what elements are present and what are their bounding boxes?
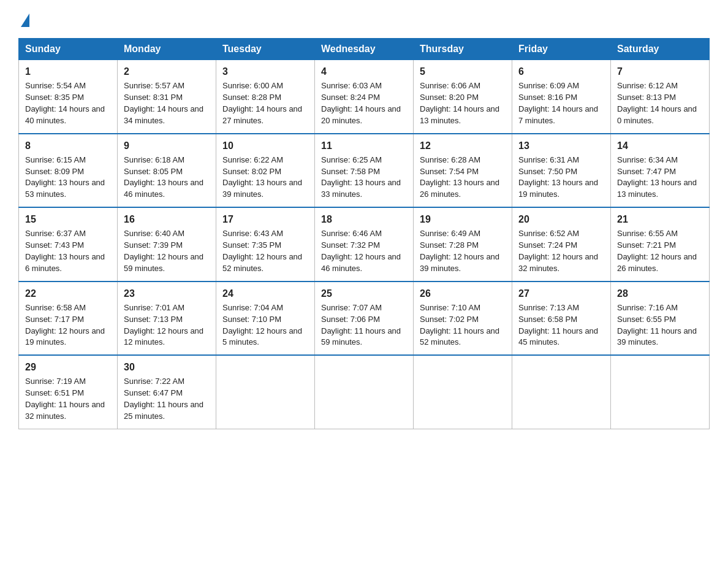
- day-info: Sunrise: 7:16 AMSunset: 6:55 PMDaylight:…: [617, 302, 703, 348]
- day-number: 10: [222, 139, 308, 153]
- day-info: Sunrise: 6:49 AMSunset: 7:28 PMDaylight:…: [420, 228, 506, 274]
- day-info: Sunrise: 6:00 AMSunset: 8:28 PMDaylight:…: [222, 80, 308, 126]
- day-number: 24: [222, 286, 308, 301]
- day-info: Sunrise: 6:40 AMSunset: 7:39 PMDaylight:…: [124, 228, 210, 274]
- calendar-cell: [512, 355, 611, 429]
- calendar-cell: 10Sunrise: 6:22 AMSunset: 8:02 PMDayligh…: [216, 134, 315, 208]
- day-info: Sunrise: 7:01 AMSunset: 7:13 PMDaylight:…: [124, 302, 210, 348]
- day-info: Sunrise: 7:19 AMSunset: 6:51 PMDaylight:…: [25, 376, 111, 422]
- day-info: Sunrise: 6:52 AMSunset: 7:24 PMDaylight:…: [518, 228, 604, 274]
- day-info: Sunrise: 5:54 AMSunset: 8:35 PMDaylight:…: [25, 80, 111, 126]
- header-tuesday: Tuesday: [216, 39, 315, 60]
- day-info: Sunrise: 6:28 AMSunset: 7:54 PMDaylight:…: [420, 155, 506, 201]
- calendar-table: SundayMondayTuesdayWednesdayThursdayFrid…: [18, 38, 710, 429]
- calendar-cell: 5Sunrise: 6:06 AMSunset: 8:20 PMDaylight…: [414, 60, 512, 134]
- day-info: Sunrise: 6:25 AMSunset: 7:58 PMDaylight:…: [321, 155, 407, 201]
- calendar-cell: 23Sunrise: 7:01 AMSunset: 7:13 PMDayligh…: [118, 282, 216, 356]
- day-number: 18: [321, 212, 407, 226]
- day-info: Sunrise: 6:03 AMSunset: 8:24 PMDaylight:…: [321, 80, 407, 126]
- calendar-cell: 4Sunrise: 6:03 AMSunset: 8:24 PMDaylight…: [315, 60, 414, 134]
- calendar-week-row: 15Sunrise: 6:37 AMSunset: 7:43 PMDayligh…: [19, 207, 710, 282]
- calendar-cell: 18Sunrise: 6:46 AMSunset: 7:32 PMDayligh…: [315, 207, 414, 282]
- calendar-cell: 7Sunrise: 6:12 AMSunset: 8:13 PMDaylight…: [611, 60, 710, 134]
- calendar-cell: 13Sunrise: 6:31 AMSunset: 7:50 PMDayligh…: [512, 134, 611, 208]
- calendar-cell: 22Sunrise: 6:58 AMSunset: 7:17 PMDayligh…: [19, 282, 118, 356]
- header-saturday: Saturday: [611, 39, 710, 60]
- day-info: Sunrise: 6:55 AMSunset: 7:21 PMDaylight:…: [617, 228, 703, 274]
- day-number: 2: [124, 64, 210, 79]
- day-number: 29: [25, 360, 111, 374]
- calendar-cell: 9Sunrise: 6:18 AMSunset: 8:05 PMDaylight…: [118, 134, 216, 208]
- logo: [18, 12, 29, 27]
- calendar-cell: [414, 355, 512, 429]
- calendar-cell: 28Sunrise: 7:16 AMSunset: 6:55 PMDayligh…: [611, 282, 710, 356]
- calendar-cell: [216, 355, 315, 429]
- day-info: Sunrise: 6:31 AMSunset: 7:50 PMDaylight:…: [518, 155, 604, 201]
- day-info: Sunrise: 6:22 AMSunset: 8:02 PMDaylight:…: [222, 155, 308, 201]
- header-monday: Monday: [118, 39, 216, 60]
- calendar-cell: 30Sunrise: 7:22 AMSunset: 6:47 PMDayligh…: [118, 355, 216, 429]
- day-number: 17: [222, 212, 308, 226]
- day-number: 6: [518, 64, 604, 79]
- day-number: 23: [124, 286, 210, 301]
- calendar-cell: 14Sunrise: 6:34 AMSunset: 7:47 PMDayligh…: [611, 134, 710, 208]
- day-number: 9: [124, 139, 210, 153]
- calendar-cell: 21Sunrise: 6:55 AMSunset: 7:21 PMDayligh…: [611, 207, 710, 282]
- day-info: Sunrise: 6:06 AMSunset: 8:20 PMDaylight:…: [420, 80, 506, 126]
- day-info: Sunrise: 6:58 AMSunset: 7:17 PMDaylight:…: [25, 302, 111, 348]
- calendar-cell: [611, 355, 710, 429]
- calendar-cell: 6Sunrise: 6:09 AMSunset: 8:16 PMDaylight…: [512, 60, 611, 134]
- day-number: 8: [25, 139, 111, 153]
- day-number: 25: [321, 286, 407, 301]
- day-info: Sunrise: 7:13 AMSunset: 6:58 PMDaylight:…: [518, 302, 604, 348]
- calendar-cell: 16Sunrise: 6:40 AMSunset: 7:39 PMDayligh…: [118, 207, 216, 282]
- day-number: 15: [25, 212, 111, 226]
- day-info: Sunrise: 6:37 AMSunset: 7:43 PMDaylight:…: [25, 228, 111, 274]
- day-info: Sunrise: 7:22 AMSunset: 6:47 PMDaylight:…: [124, 376, 210, 422]
- calendar-cell: 24Sunrise: 7:04 AMSunset: 7:10 PMDayligh…: [216, 282, 315, 356]
- day-info: Sunrise: 7:04 AMSunset: 7:10 PMDaylight:…: [222, 302, 308, 348]
- calendar-week-row: 29Sunrise: 7:19 AMSunset: 6:51 PMDayligh…: [19, 355, 710, 429]
- calendar-cell: 20Sunrise: 6:52 AMSunset: 7:24 PMDayligh…: [512, 207, 611, 282]
- calendar-cell: 15Sunrise: 6:37 AMSunset: 7:43 PMDayligh…: [19, 207, 118, 282]
- calendar-cell: 8Sunrise: 6:15 AMSunset: 8:09 PMDaylight…: [19, 134, 118, 208]
- day-info: Sunrise: 6:09 AMSunset: 8:16 PMDaylight:…: [518, 80, 604, 126]
- calendar-cell: 12Sunrise: 6:28 AMSunset: 7:54 PMDayligh…: [414, 134, 512, 208]
- day-number: 5: [420, 64, 506, 79]
- day-number: 14: [617, 139, 703, 153]
- header-friday: Friday: [512, 39, 611, 60]
- day-number: 27: [518, 286, 604, 301]
- day-number: 4: [321, 64, 407, 79]
- calendar-cell: 25Sunrise: 7:07 AMSunset: 7:06 PMDayligh…: [315, 282, 414, 356]
- day-number: 16: [124, 212, 210, 226]
- day-number: 19: [420, 212, 506, 226]
- day-number: 3: [222, 64, 308, 79]
- calendar-week-row: 1Sunrise: 5:54 AMSunset: 8:35 PMDaylight…: [19, 60, 710, 134]
- day-number: 11: [321, 139, 407, 153]
- day-info: Sunrise: 6:12 AMSunset: 8:13 PMDaylight:…: [617, 80, 703, 126]
- calendar-week-row: 22Sunrise: 6:58 AMSunset: 7:17 PMDayligh…: [19, 282, 710, 356]
- day-info: Sunrise: 7:07 AMSunset: 7:06 PMDaylight:…: [321, 302, 407, 348]
- day-number: 13: [518, 139, 604, 153]
- day-info: Sunrise: 5:57 AMSunset: 8:31 PMDaylight:…: [124, 80, 210, 126]
- day-number: 22: [25, 286, 111, 301]
- header-thursday: Thursday: [414, 39, 512, 60]
- day-info: Sunrise: 6:18 AMSunset: 8:05 PMDaylight:…: [124, 155, 210, 201]
- day-number: 26: [420, 286, 506, 301]
- calendar-cell: [315, 355, 414, 429]
- day-number: 12: [420, 139, 506, 153]
- calendar-cell: 19Sunrise: 6:49 AMSunset: 7:28 PMDayligh…: [414, 207, 512, 282]
- day-number: 21: [617, 212, 703, 226]
- calendar-header-row: SundayMondayTuesdayWednesdayThursdayFrid…: [19, 39, 710, 60]
- page-header: [18, 12, 710, 27]
- calendar-cell: 1Sunrise: 5:54 AMSunset: 8:35 PMDaylight…: [19, 60, 118, 134]
- calendar-cell: 11Sunrise: 6:25 AMSunset: 7:58 PMDayligh…: [315, 134, 414, 208]
- day-info: Sunrise: 6:43 AMSunset: 7:35 PMDaylight:…: [222, 228, 308, 274]
- calendar-cell: 29Sunrise: 7:19 AMSunset: 6:51 PMDayligh…: [19, 355, 118, 429]
- logo-triangle-icon: [21, 13, 29, 27]
- day-info: Sunrise: 6:15 AMSunset: 8:09 PMDaylight:…: [25, 155, 111, 201]
- day-number: 28: [617, 286, 703, 301]
- calendar-cell: 26Sunrise: 7:10 AMSunset: 7:02 PMDayligh…: [414, 282, 512, 356]
- day-info: Sunrise: 7:10 AMSunset: 7:02 PMDaylight:…: [420, 302, 506, 348]
- calendar-cell: 2Sunrise: 5:57 AMSunset: 8:31 PMDaylight…: [118, 60, 216, 134]
